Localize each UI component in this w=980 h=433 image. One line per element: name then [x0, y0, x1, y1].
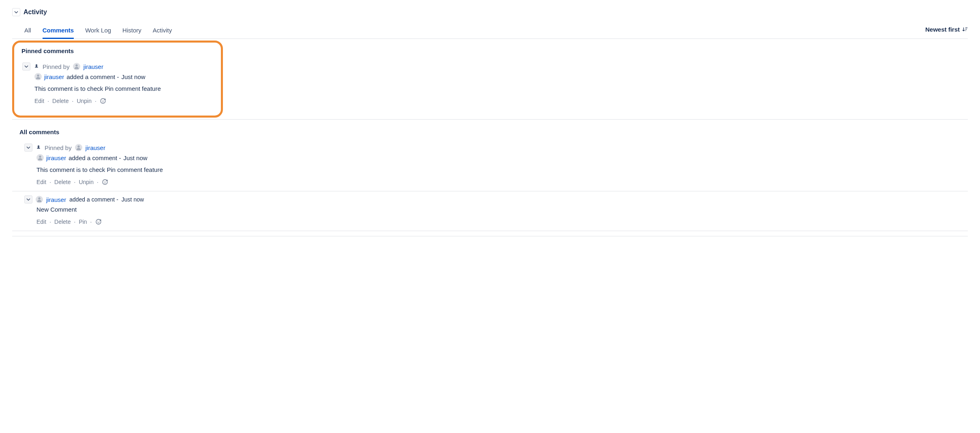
chevron-down-icon [24, 64, 28, 69]
delete-action[interactable]: Delete [54, 219, 71, 225]
comment-actions: Edit · Delete · Unpin · [34, 98, 215, 104]
svg-point-1 [37, 75, 39, 77]
activity-title: Activity [24, 9, 47, 16]
comment-time: Just now [121, 73, 145, 80]
separator-dot: · [74, 219, 75, 225]
svg-point-4 [103, 100, 104, 101]
edit-action[interactable]: Edit [34, 98, 44, 104]
comment-collapse-toggle[interactable] [24, 195, 32, 204]
sort-label: Newest first [925, 26, 960, 33]
pinned-by-label: Pinned by [45, 144, 72, 151]
sort-desc-icon [962, 27, 968, 32]
pinned-comment: Pinned by jirauser jirauser added a comm… [20, 58, 215, 110]
tab-history[interactable]: History [122, 24, 141, 39]
comment-item: jirauser added a comment - Just now New … [12, 191, 968, 231]
comment-action-text: added a comment - [68, 154, 121, 161]
comment-header-row: jirauser added a comment - Just now [24, 195, 968, 204]
comment-author-link[interactable]: jirauser [46, 154, 66, 161]
divider [12, 236, 968, 236]
delete-action[interactable]: Delete [54, 179, 71, 185]
pinned-by-user-link[interactable]: jirauser [86, 144, 105, 151]
comment-author-link[interactable]: jirauser [46, 196, 66, 203]
unpin-action[interactable]: Unpin [79, 179, 94, 185]
comment-author-row: jirauser added a comment - Just now [34, 73, 215, 80]
comment-action-text: added a comment - [66, 73, 119, 80]
svg-point-6 [39, 156, 41, 158]
chevron-down-icon [14, 10, 18, 14]
comment-item: Pinned by jirauser jirauser added a comm… [12, 139, 968, 191]
svg-point-5 [77, 146, 79, 148]
comment-body: This comment is to check Pin comment fea… [36, 166, 968, 173]
svg-point-8 [104, 181, 105, 182]
comment-body: New Comment [36, 206, 968, 213]
comment-actions: Edit · Delete · Unpin · [36, 179, 968, 185]
svg-point-9 [105, 181, 106, 182]
separator-dot: · [97, 179, 98, 185]
svg-point-13 [99, 221, 100, 222]
tab-activity[interactable]: Activity [153, 24, 172, 39]
pinned-comments-highlight: Pinned comments Pinned by jirauser jirau… [12, 41, 223, 118]
separator-dot: · [95, 98, 96, 104]
pinned-by-row: Pinned by jirauser [22, 62, 215, 71]
all-comments-heading: All comments [19, 129, 968, 135]
separator-dot: · [47, 98, 49, 104]
comment-actions: Edit · Delete · Pin · [36, 219, 968, 225]
separator-dot: · [90, 219, 92, 225]
svg-point-3 [102, 100, 103, 101]
all-comments-section: All comments Pinned by jirauser jirauser… [12, 119, 968, 236]
pinned-by-user-link[interactable]: jirauser [83, 63, 103, 70]
chevron-down-icon [26, 197, 30, 201]
add-reaction-button[interactable] [95, 219, 102, 225]
separator-dot: · [72, 98, 73, 104]
unpin-action[interactable]: Unpin [77, 98, 92, 104]
avatar [75, 144, 82, 151]
activity-header: Activity [12, 8, 968, 16]
avatar [36, 154, 44, 161]
svg-point-0 [75, 64, 77, 66]
edit-action[interactable]: Edit [36, 179, 46, 185]
pinned-comments-heading: Pinned comments [21, 47, 215, 54]
pin-icon [34, 64, 39, 69]
activity-tabs: All Comments Work Log History Activity [24, 24, 925, 39]
comment-collapse-toggle[interactable] [24, 144, 32, 152]
chevron-down-icon [26, 146, 30, 150]
tab-comments[interactable]: Comments [43, 24, 74, 39]
pinned-by-label: Pinned by [43, 63, 70, 70]
comment-body: This comment is to check Pin comment fea… [34, 85, 215, 92]
pinned-by-row: Pinned by jirauser [24, 144, 968, 152]
avatar [73, 63, 80, 70]
separator-dot: · [49, 219, 51, 225]
separator-dot: · [49, 179, 51, 185]
add-reaction-button[interactable] [100, 98, 106, 104]
comment-action-text: added a comment - [69, 196, 118, 203]
pin-action[interactable]: Pin [79, 219, 87, 225]
separator-dot: · [74, 179, 75, 185]
comment-author-link[interactable]: jirauser [44, 73, 64, 80]
comment-author-row: jirauser added a comment - Just now [36, 154, 968, 161]
delete-action[interactable]: Delete [52, 98, 68, 104]
pin-icon [36, 145, 41, 150]
comment-time: Just now [123, 154, 147, 161]
activity-collapse-toggle[interactable] [12, 8, 20, 16]
tab-all[interactable]: All [24, 24, 31, 39]
activity-tab-row: All Comments Work Log History Activity N… [12, 24, 968, 39]
svg-point-12 [97, 221, 98, 222]
avatar [36, 196, 43, 203]
comment-collapse-toggle[interactable] [22, 62, 30, 71]
svg-point-10 [38, 197, 40, 199]
sort-button[interactable]: Newest first [925, 26, 968, 36]
comment-time: Just now [122, 196, 144, 203]
add-reaction-button[interactable] [102, 179, 108, 185]
avatar [34, 73, 42, 80]
edit-action[interactable]: Edit [36, 219, 46, 225]
tab-worklog[interactable]: Work Log [85, 24, 111, 39]
